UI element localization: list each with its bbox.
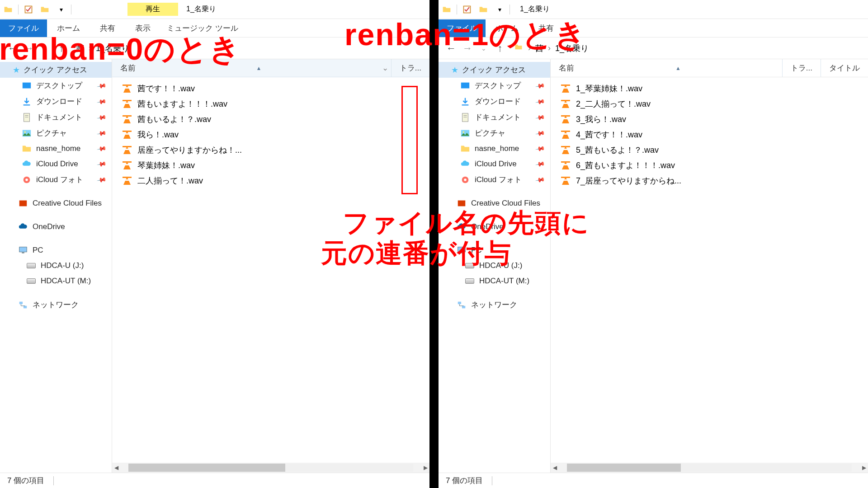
sidebar-item-creative-cloud[interactable]: Creative Cloud Files: [0, 196, 112, 211]
file-item[interactable]: 7_居座ってやりますからね...: [551, 173, 868, 188]
svg-rect-15: [461, 82, 469, 88]
scroll-right-icon[interactable]: ▶: [421, 465, 429, 471]
document-icon: [460, 113, 470, 122]
download-icon: [460, 97, 470, 107]
file-item[interactable]: 2_二人揃って！.wav: [551, 96, 868, 112]
pin-icon: 📌: [535, 96, 545, 107]
file-item[interactable]: 居座ってやりますからね！...: [112, 142, 429, 158]
sort-ascending-icon: ▲: [675, 65, 681, 71]
icloud-icon: [22, 159, 32, 169]
sidebar-item-nasne[interactable]: nasne_home📌: [439, 141, 550, 156]
divider: [457, 5, 457, 14]
folder-icon: [3, 4, 14, 15]
file-item[interactable]: 我ら！.wav: [112, 127, 429, 142]
pin-icon: 📌: [96, 128, 107, 138]
pin-icon: 📌: [535, 112, 545, 122]
drive-icon: [26, 276, 36, 286]
sort-ascending-icon: ▲: [256, 65, 261, 71]
file-item[interactable]: 1_琴葉姉妹！.wav: [551, 81, 868, 96]
scroll-right-icon[interactable]: ▶: [860, 465, 868, 471]
file-item[interactable]: 茜です！！.wav: [112, 81, 429, 96]
sidebar-item-label: ダウンロード: [475, 96, 521, 107]
sidebar-item-documents[interactable]: ドキュメント📌: [439, 109, 550, 125]
dropdown-icon[interactable]: ▾: [494, 4, 505, 15]
file-item[interactable]: 茜もいますよ！！！.wav: [112, 96, 429, 112]
sidebar-item-pictures[interactable]: ピクチャ📌: [439, 125, 550, 141]
sidebar-item-desktop[interactable]: デスクトップ📌: [439, 78, 550, 94]
status-bar: 7 個の項目: [0, 473, 429, 488]
status-bar: 7 個の項目: [439, 473, 868, 488]
col-name-label: 名前: [559, 63, 574, 73]
download-icon: [22, 97, 32, 107]
file-item[interactable]: 琴葉姉妹！.wav: [112, 158, 429, 173]
annotation-right-body: ファイル名の先頭に 元の連番が付与: [343, 208, 590, 268]
file-name: 5_茜もいるよ！？.wav: [576, 145, 659, 155]
sidebar-item-documents[interactable]: ドキュメント📌: [0, 109, 112, 125]
onedrive-icon: [18, 222, 28, 232]
creative-cloud-icon: [457, 198, 467, 208]
photo-icon: [460, 175, 470, 185]
scroll-left-icon[interactable]: ◀: [112, 465, 120, 471]
divider: [492, 476, 492, 485]
pc-icon: [18, 245, 28, 255]
sidebar-item-label: nasne_home: [36, 144, 80, 153]
col-track[interactable]: トラ...: [391, 59, 429, 77]
sidebar-item-drive-m[interactable]: HDCA-UT (M:): [0, 273, 112, 289]
music-play-tab[interactable]: 再生: [127, 3, 178, 16]
dropdown-icon[interactable]: ▾: [56, 4, 66, 15]
star-icon: ★: [451, 65, 458, 75]
file-name: 茜もいるよ！？.wav: [137, 114, 211, 125]
checkbox-icon[interactable]: [23, 4, 34, 15]
svg-rect-10: [19, 247, 27, 252]
sidebar-item-downloads[interactable]: ダウンロード📌: [439, 94, 550, 109]
sidebar-item-pc[interactable]: PC: [0, 243, 112, 258]
sidebar-item-pictures[interactable]: ピクチャ📌: [0, 125, 112, 141]
file-item[interactable]: 5_茜もいるよ！？.wav: [551, 142, 868, 158]
sidebar-item-desktop[interactable]: デスクトップ📌: [0, 78, 112, 94]
scroll-left-icon[interactable]: ◀: [551, 465, 559, 471]
file-item[interactable]: 3_我ら！.wav: [551, 112, 868, 127]
sidebar-item-network[interactable]: ネットワーク: [439, 297, 550, 313]
sidebar-item-label: ドキュメント: [36, 112, 82, 122]
col-title[interactable]: タイトル: [821, 59, 868, 77]
vlc-icon: [561, 114, 571, 124]
file-item[interactable]: 6_茜もいますよ！！！.wav: [551, 158, 868, 173]
sidebar-quick-access[interactable]: ★クイック アクセス: [439, 62, 550, 78]
file-item[interactable]: 二人揃って！.wav: [112, 173, 429, 188]
col-track[interactable]: トラ...: [782, 59, 821, 77]
sidebar-item-icloud-drive[interactable]: iCloud Drive📌: [0, 156, 112, 172]
vlc-icon: [561, 84, 571, 94]
column-headers[interactable]: 名前▲ トラ... タイトル: [551, 59, 868, 77]
sidebar-item-label: クイック アクセス: [24, 65, 87, 75]
file-name: 我ら！.wav: [137, 129, 179, 140]
checkbox-icon[interactable]: [462, 4, 472, 15]
sidebar-item-downloads[interactable]: ダウンロード📌: [0, 94, 112, 109]
sidebar-item-drive-m[interactable]: HDCA-UT (M:): [439, 273, 550, 289]
horizontal-scrollbar[interactable]: ◀▶: [112, 463, 429, 473]
svg-rect-13: [24, 305, 27, 308]
titlebar: ▾ 再生 1_名乗り: [0, 0, 429, 19]
sidebar-item-icloud-photo[interactable]: iCloud フォト📌: [439, 172, 550, 188]
sidebar-item-drive-j[interactable]: HDCA-U (J:): [0, 258, 112, 273]
dropdown-icon[interactable]: ⌄: [382, 63, 388, 73]
annotation-right-title: renban=1のとき: [344, 19, 587, 50]
file-item[interactable]: 茜もいるよ！？.wav: [112, 112, 429, 127]
sidebar-item-label: ネットワーク: [471, 300, 517, 310]
svg-point-6: [24, 131, 26, 133]
horizontal-scrollbar[interactable]: ◀▶: [551, 463, 868, 473]
sidebar-item-label: HDCA-U (J:): [41, 261, 84, 270]
sidebar-item-network[interactable]: ネットワーク: [0, 297, 112, 313]
status-text: 7 個の項目: [7, 475, 44, 486]
pin-icon: 📌: [96, 80, 107, 91]
sidebar-item-icloud-photo[interactable]: iCloud フォト📌: [0, 172, 112, 188]
pin-icon: 📌: [535, 159, 545, 169]
sidebar-item-label: iCloud Drive: [36, 160, 78, 169]
vlc-icon: [122, 176, 132, 186]
document-icon: [22, 113, 32, 122]
file-item[interactable]: 4_茜です！！.wav: [551, 127, 868, 142]
sidebar-item-onedrive[interactable]: OneDrive: [0, 219, 112, 235]
sidebar-item-label: ネットワーク: [33, 300, 79, 310]
sidebar-item-icloud-drive[interactable]: iCloud Drive📌: [439, 156, 550, 172]
sidebar-item-nasne[interactable]: nasne_home📌: [0, 141, 112, 156]
file-name: 4_茜です！！.wav: [576, 129, 642, 140]
